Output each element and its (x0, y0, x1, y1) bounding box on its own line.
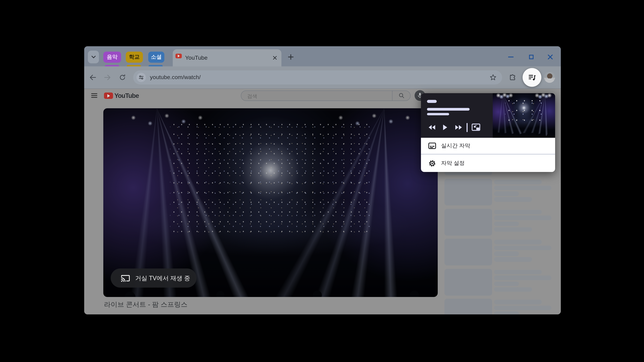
minimize-button[interactable] (508, 55, 514, 59)
media-controls-button[interactable] (522, 68, 541, 87)
close-button[interactable] (548, 55, 553, 59)
live-caption-row[interactable]: 실시간 자막 (421, 138, 555, 154)
extensions-puzzle-icon[interactable] (509, 74, 516, 81)
bookmark-star-icon[interactable] (489, 74, 497, 81)
youtube-favicon-icon (176, 54, 182, 58)
video-player[interactable]: 거실 TV에서 재생 중 (103, 108, 438, 297)
active-tab[interactable]: YouTube (173, 49, 282, 66)
media-title-placeholder (427, 108, 470, 110)
chevron-down-icon (91, 55, 96, 58)
youtube-logo-text[interactable]: YouTube (114, 89, 139, 103)
forward-button[interactable] (104, 74, 111, 81)
search-divider (392, 91, 392, 100)
sidebar-skeleton-item (444, 179, 555, 205)
media-thumbnail (493, 93, 555, 138)
search-icon[interactable] (398, 92, 404, 98)
sidebar-skeleton-item (444, 239, 555, 266)
video-title: 라이브 콘서트 - 팜 스프링스 (104, 300, 188, 309)
browser-toolbar: youtube.com/watch/ (84, 66, 561, 89)
live-caption-label: 실시간 자막 (441, 142, 470, 149)
cast-icon (121, 274, 130, 282)
media-source-placeholder (427, 100, 437, 103)
tab-group-indicator (148, 65, 163, 66)
youtube-logo-icon[interactable] (104, 92, 113, 99)
desktop: 음악 학교 소셜 YouTube (0, 0, 644, 362)
media-card (421, 93, 555, 138)
tab-group-label: 음악 (107, 54, 118, 61)
tab-group-indicator (127, 65, 141, 66)
cast-status-text: 거실 TV에서 재생 중 (135, 274, 190, 282)
caption-settings-row[interactable]: 자막 설정 (421, 154, 555, 172)
tab-group-chip-social[interactable]: 소셜 (148, 52, 164, 63)
live-caption-icon (428, 142, 436, 149)
media-controls-popup: 실시간 자막 자막 설정 (421, 93, 555, 172)
tab-strip: 음악 학교 소셜 YouTube (84, 46, 561, 66)
previous-track-button[interactable] (428, 125, 436, 130)
skeleton-thumbnail (444, 179, 492, 205)
new-tab-button[interactable] (288, 54, 294, 60)
browser-window: 음악 학교 소셜 YouTube (84, 46, 561, 314)
youtube-search-bar[interactable] (241, 90, 410, 101)
skeleton-thumbnail (444, 209, 492, 236)
tab-search-button[interactable] (88, 51, 99, 63)
sidebar-skeleton-item (444, 299, 555, 314)
tab-close-button[interactable] (272, 55, 278, 60)
address-bar[interactable]: youtube.com/watch/ (133, 70, 502, 84)
tab-group-label: 학교 (129, 54, 140, 61)
next-track-button[interactable] (455, 125, 462, 130)
tab-group-label: 소셜 (151, 54, 162, 61)
sidebar-skeleton-item (444, 209, 555, 236)
url-text[interactable]: youtube.com/watch/ (150, 70, 200, 84)
site-settings-icon[interactable] (136, 73, 146, 82)
back-button[interactable] (89, 74, 96, 81)
play-button[interactable] (443, 124, 448, 130)
profile-avatar[interactable] (544, 72, 555, 83)
skeleton-thumbnail (444, 299, 492, 314)
skeleton-thumbnail (444, 239, 492, 266)
caption-settings-label: 자막 설정 (441, 160, 465, 167)
media-artist-placeholder (427, 113, 449, 115)
maximize-button[interactable] (529, 55, 534, 59)
tab-group-indicator (105, 65, 119, 66)
media-playlist-icon (528, 73, 536, 82)
tab-group-chip-school[interactable]: 학교 (126, 52, 143, 63)
cast-status-pill: 거실 TV에서 재생 중 (111, 269, 196, 288)
gear-icon (428, 160, 436, 167)
menu-hamburger-icon[interactable] (91, 93, 97, 98)
sidebar-skeleton-item (444, 269, 555, 296)
controls-divider (466, 123, 468, 132)
search-input[interactable] (246, 91, 382, 100)
reload-button[interactable] (119, 74, 126, 81)
tab-title: YouTube (185, 49, 208, 66)
tab-group-chip-music[interactable]: 음악 (103, 52, 121, 63)
skeleton-thumbnail (444, 269, 492, 296)
picture-in-picture-button[interactable] (472, 123, 480, 131)
